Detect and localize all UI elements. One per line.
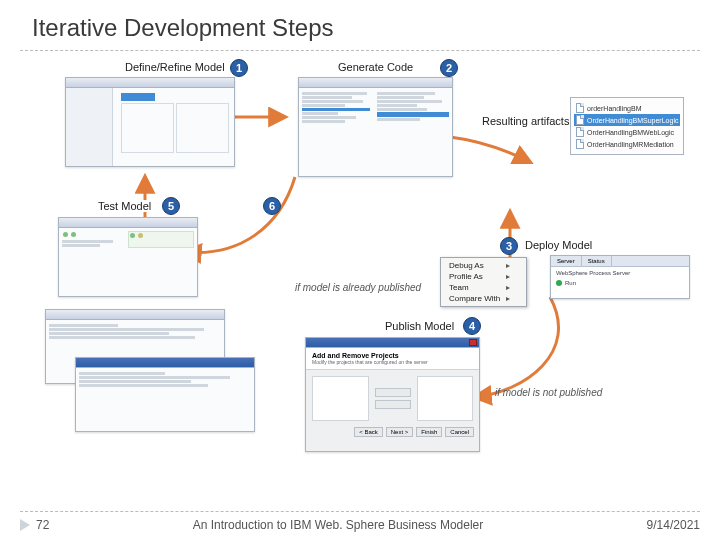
dlg-finish-button[interactable]: Finish bbox=[416, 427, 442, 437]
dlg-next-button[interactable]: Next > bbox=[386, 427, 414, 437]
caption-already-published: if model is already published bbox=[295, 282, 421, 293]
badge-6: 6 bbox=[263, 197, 281, 215]
badge-1: 1 bbox=[230, 59, 248, 77]
label-test-model: Test Model bbox=[98, 200, 151, 212]
thumb-generate-code bbox=[298, 77, 453, 177]
chevron-right-icon: ▸ bbox=[506, 272, 510, 281]
footer-divider bbox=[20, 511, 700, 512]
chevron-right-icon: ▸ bbox=[506, 261, 510, 270]
file-icon bbox=[576, 115, 584, 125]
artifact-item: orderHandlingBM bbox=[574, 102, 680, 114]
add-button[interactable] bbox=[375, 388, 411, 397]
dialog-subtitle: Modify the projects that are configured … bbox=[312, 359, 473, 365]
col-status: Status bbox=[582, 256, 612, 266]
remove-button[interactable] bbox=[375, 400, 411, 409]
file-icon bbox=[576, 139, 584, 149]
ctx-debug-as[interactable]: Debug As▸ bbox=[441, 260, 526, 271]
run-action[interactable]: Run bbox=[556, 280, 684, 286]
thumb-test-model-3 bbox=[75, 357, 255, 432]
slide-footer: 72 An Introduction to IBM Web. Sphere Bu… bbox=[0, 505, 720, 540]
slide-title: Iterative Development Steps bbox=[0, 0, 720, 46]
caption-not-published: if model is not published bbox=[495, 387, 602, 398]
title-divider bbox=[20, 50, 700, 51]
chevron-right-icon: ▸ bbox=[506, 283, 510, 292]
label-generate-code: Generate Code bbox=[338, 61, 413, 73]
artifact-item: OrderHandlingMRMediation bbox=[574, 138, 680, 150]
file-icon bbox=[576, 103, 584, 113]
ctx-team[interactable]: Team▸ bbox=[441, 282, 526, 293]
badge-3: 3 bbox=[500, 237, 518, 255]
footer-doc-title: An Introduction to IBM Web. Sphere Busin… bbox=[29, 518, 646, 532]
thumb-test-model-1 bbox=[58, 217, 198, 297]
file-icon bbox=[576, 127, 584, 137]
artifact-item: OrderHandlingBMWebLogic bbox=[574, 126, 680, 138]
label-resulting-artifacts: Resulting artifacts bbox=[482, 115, 569, 127]
label-define-refine: Define/Refine Model bbox=[125, 61, 225, 73]
server-panel: Server Status WebSphere Process Server R… bbox=[550, 255, 690, 299]
col-server: Server bbox=[551, 256, 582, 266]
dialog-title: Add and Remove Projects bbox=[312, 352, 473, 359]
dlg-cancel-button[interactable]: Cancel bbox=[445, 427, 474, 437]
artifacts-list: orderHandlingBM OrderHandlingBMSuperLogi… bbox=[570, 97, 684, 155]
artifact-item-selected: OrderHandlingBMSuperLogic bbox=[574, 114, 680, 126]
thumb-define-model bbox=[65, 77, 235, 167]
label-publish-model: Publish Model bbox=[385, 320, 454, 332]
diagram-stage: Define/Refine Model 1 Generate Code 2 bbox=[20, 57, 700, 477]
badge-5: 5 bbox=[162, 197, 180, 215]
ctx-compare-with[interactable]: Compare With▸ bbox=[441, 293, 526, 304]
server-row: WebSphere Process Server bbox=[556, 270, 684, 276]
dlg-back-button[interactable]: < Back bbox=[354, 427, 383, 437]
close-icon[interactable] bbox=[469, 339, 477, 346]
chevron-right-icon: ▸ bbox=[506, 294, 510, 303]
badge-2: 2 bbox=[440, 59, 458, 77]
deploy-context-menu: Debug As▸ Profile As▸ Team▸ Compare With… bbox=[440, 257, 527, 307]
ctx-profile-as[interactable]: Profile As▸ bbox=[441, 271, 526, 282]
label-deploy-model: Deploy Model bbox=[525, 239, 592, 251]
badge-4: 4 bbox=[463, 317, 481, 335]
play-icon bbox=[556, 280, 562, 286]
publish-dialog: Add and Remove Projects Modify the proje… bbox=[305, 337, 480, 452]
footer-date: 9/14/2021 bbox=[647, 518, 700, 532]
